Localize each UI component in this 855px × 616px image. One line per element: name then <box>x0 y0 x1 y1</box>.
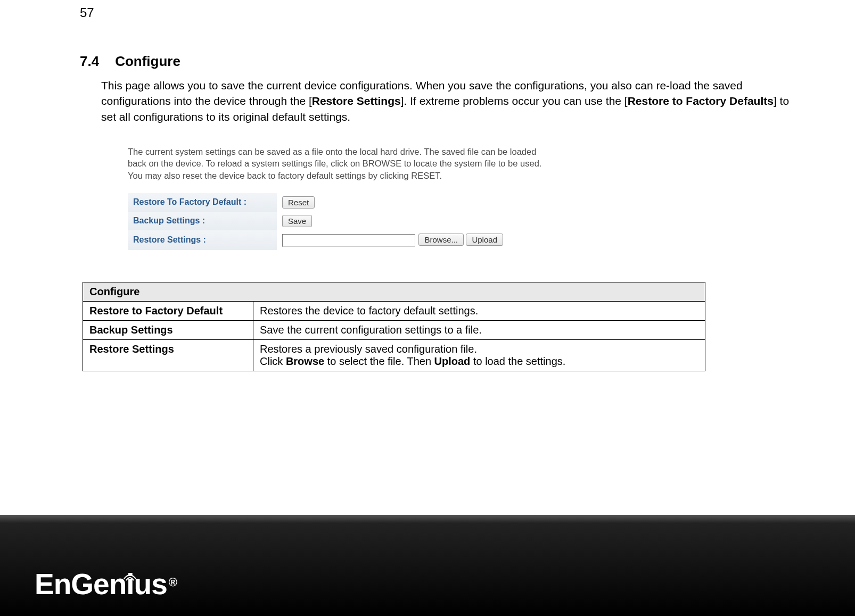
restore-desc-p3: to load the settings. <box>470 355 565 367</box>
logo-text-post: us <box>134 567 167 601</box>
upload-button[interactable]: Upload <box>466 234 503 246</box>
table-row: Restore to Factory Default Restores the … <box>83 301 705 320</box>
restore-desc-p2: to select the file. Then <box>324 355 434 367</box>
row-label-restore: Restore Settings <box>83 339 253 371</box>
intro-paragraph: This page allows you to save the current… <box>101 78 802 124</box>
engenius-logo: EnGen i us® <box>35 567 177 601</box>
restore-settings-row: Restore Settings : Browse... Upload <box>128 230 554 250</box>
factory-default-label: Restore To Factory Default : <box>128 193 277 212</box>
intro-text-part2: ]. If extreme problems occur you can use… <box>401 95 628 107</box>
settings-form: Restore To Factory Default : Reset Backu… <box>128 193 554 250</box>
restore-desc-line1: Restores a previously saved configuratio… <box>260 343 477 355</box>
main-content: 7.4Configure This page allows you to sav… <box>80 53 802 371</box>
restore-desc-browse: Browse <box>286 355 324 367</box>
page-number: 57 <box>80 5 94 20</box>
save-button[interactable]: Save <box>282 215 312 227</box>
table-row: Restore Settings Restores a previously s… <box>83 339 705 371</box>
restore-settings-label: Restore Settings : <box>128 230 277 250</box>
device-ui-screenshot: The current system settings can be saved… <box>128 146 554 250</box>
row-label-backup: Backup Settings <box>83 320 253 339</box>
logo-i-with-wifi: i <box>126 567 134 601</box>
section-title-text: Configure <box>115 53 180 69</box>
logo-text-pre: EnGen <box>35 567 126 601</box>
reset-button[interactable]: Reset <box>282 196 315 209</box>
factory-default-row: Restore To Factory Default : Reset <box>128 193 554 212</box>
backup-settings-label: Backup Settings : <box>128 212 277 230</box>
row-desc-restore: Restores a previously saved configuratio… <box>253 339 705 371</box>
restore-desc-upload: Upload <box>434 355 471 367</box>
row-desc-backup: Save the current configuration settings … <box>253 320 705 339</box>
file-path-input[interactable] <box>282 234 415 247</box>
section-heading: 7.4Configure <box>80 53 802 70</box>
configure-table: Configure Restore to Factory Default Res… <box>83 282 705 371</box>
browse-button[interactable]: Browse... <box>418 234 464 246</box>
row-label-factory: Restore to Factory Default <box>83 301 253 320</box>
intro-bold-factory-defaults: Restore to Factory Defaults <box>628 95 774 107</box>
intro-bold-restore-settings: Restore Settings <box>312 95 401 107</box>
section-number: 7.4 <box>80 53 99 69</box>
table-header-row: Configure <box>83 282 705 301</box>
configure-table-header: Configure <box>83 282 705 301</box>
table-row: Backup Settings Save the current configu… <box>83 320 705 339</box>
backup-settings-row: Backup Settings : Save <box>128 212 554 230</box>
footer: EnGen i us® <box>0 515 855 616</box>
registered-trademark-icon: ® <box>169 576 177 589</box>
wifi-icon <box>123 555 137 589</box>
screenshot-description: The current system settings can be saved… <box>128 146 554 181</box>
row-desc-factory: Restores the device to factory default s… <box>253 301 705 320</box>
restore-desc-p1: Click <box>260 355 286 367</box>
